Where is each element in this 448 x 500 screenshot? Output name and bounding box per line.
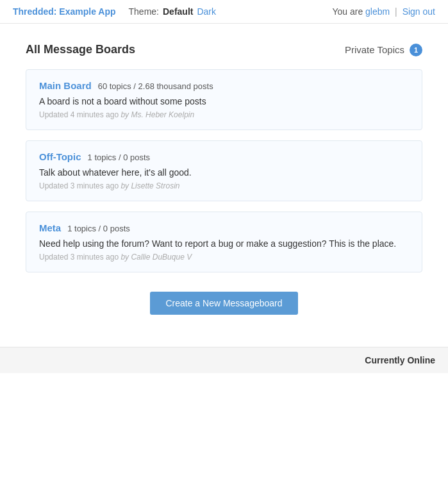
board-stats: 1 topics / 0 posts — [67, 224, 130, 233]
username-link[interactable]: glebm — [365, 6, 390, 17]
header-right: You are glebm | Sign out — [332, 6, 435, 17]
board-description: Need help using the forum? Want to repor… — [39, 238, 409, 249]
board-updated: Updated 3 minutes ago by Lisette Strosin — [39, 181, 409, 190]
site-header: Thredded: Example App Theme: Default Dar… — [0, 0, 448, 24]
private-topics-badge: 1 — [410, 44, 422, 56]
create-messageboard-button[interactable]: Create a New Messageboard — [150, 292, 297, 315]
board-name-link[interactable]: Off-Topic — [39, 151, 81, 162]
board-stats: 60 topics / 2.68 thousand posts — [98, 81, 213, 91]
private-topics-link[interactable]: Private Topics 1 — [345, 44, 422, 56]
board-name-link[interactable]: Main Board — [39, 80, 92, 91]
create-btn-row: Create a New Messageboard — [26, 292, 422, 315]
board-card: Meta 1 topics / 0 posts Need help using … — [26, 212, 422, 272]
app-title-link[interactable]: Thredded: Example App — [13, 6, 116, 17]
board-updated-by: by Lisette Strosin — [120, 181, 179, 190]
board-name-link[interactable]: Meta — [39, 222, 61, 233]
board-card: Off-Topic 1 topics / 0 posts Talk about … — [26, 140, 422, 201]
currently-online-section: Currently Online — [0, 347, 448, 373]
boards-list: Main Board 60 topics / 2.68 thousand pos… — [26, 69, 422, 272]
board-title-row: Meta 1 topics / 0 posts — [39, 222, 409, 233]
top-row: All Message Boards Private Topics 1 — [26, 43, 422, 56]
board-title-row: Off-Topic 1 topics / 0 posts — [39, 151, 409, 162]
currently-online-label: Currently Online — [365, 355, 435, 365]
private-topics-label: Private Topics — [345, 44, 404, 55]
theme-selector: Theme: Default Dark — [129, 6, 216, 17]
theme-dark-link[interactable]: Dark — [197, 6, 216, 17]
theme-label: Theme: — [129, 6, 159, 17]
board-updated-by: by Ms. Heber Koelpin — [120, 110, 194, 119]
main-content: All Message Boards Private Topics 1 Main… — [0, 24, 448, 334]
user-prefix: You are — [332, 6, 365, 17]
separator: | — [392, 6, 399, 17]
board-updated: Updated 4 minutes ago by Ms. Heber Koelp… — [39, 110, 409, 119]
board-description: A board is not a board without some post… — [39, 96, 409, 106]
board-description: Talk about whatever here, it's all good. — [39, 167, 409, 178]
board-updated-by: by Callie DuBuque V — [120, 253, 192, 262]
board-title-row: Main Board 60 topics / 2.68 thousand pos… — [39, 80, 409, 91]
header-left: Thredded: Example App Theme: Default Dar… — [13, 6, 216, 17]
board-stats: 1 topics / 0 posts — [88, 153, 151, 162]
theme-default: Default — [163, 6, 193, 17]
board-updated: Updated 3 minutes ago by Callie DuBuque … — [39, 253, 409, 262]
sign-out-link[interactable]: Sign out — [402, 6, 435, 17]
page-title: All Message Boards — [26, 43, 135, 56]
board-card: Main Board 60 topics / 2.68 thousand pos… — [26, 69, 422, 130]
